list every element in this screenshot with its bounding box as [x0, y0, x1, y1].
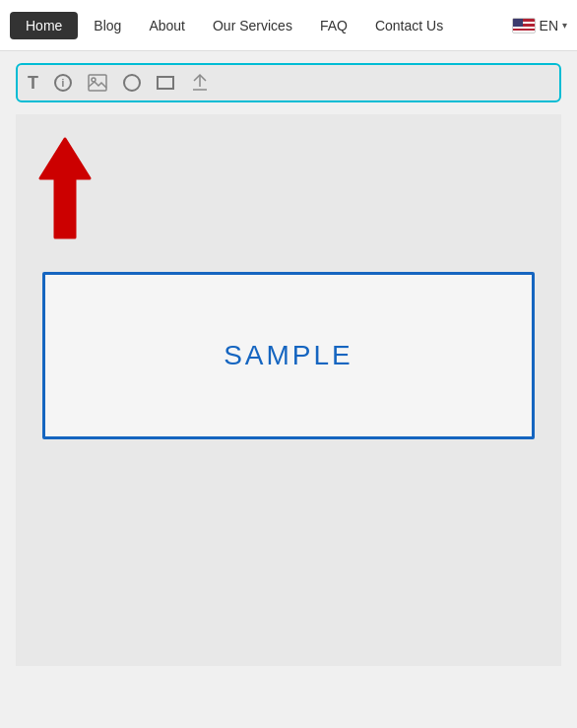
- toolbar: T i: [16, 63, 561, 102]
- upload-tool-icon[interactable]: [190, 73, 210, 93]
- svg-marker-4: [40, 139, 90, 178]
- text-tool-icon[interactable]: T: [28, 74, 38, 92]
- flag-icon: [512, 18, 536, 33]
- sample-box-wrapper: SAMPLE: [26, 272, 551, 439]
- sample-box: SAMPLE: [42, 272, 535, 439]
- nav-about-button[interactable]: About: [137, 12, 197, 39]
- nav-services-button[interactable]: Our Services: [201, 12, 304, 39]
- circle-tool-icon[interactable]: [123, 74, 141, 92]
- nav-blog-button[interactable]: Blog: [82, 12, 133, 39]
- sample-label: SAMPLE: [224, 340, 353, 371]
- nav-faq-button[interactable]: FAQ: [308, 12, 359, 39]
- svg-rect-5: [55, 177, 75, 237]
- language-selector[interactable]: EN ▾: [512, 18, 567, 33]
- rectangle-tool-icon[interactable]: [157, 76, 174, 90]
- arrow-up-svg: [35, 134, 95, 242]
- rect-shape: [157, 76, 174, 90]
- info-circle: i: [54, 74, 72, 92]
- navbar: Home Blog About Our Services FAQ Contact…: [0, 0, 577, 51]
- content-area: SAMPLE: [16, 114, 561, 666]
- circle-shape: [123, 74, 141, 92]
- nav-home-button[interactable]: Home: [10, 12, 78, 39]
- info-tool-icon[interactable]: i: [54, 74, 72, 92]
- arrow-container: [35, 134, 95, 242]
- lang-label: EN: [540, 18, 558, 33]
- image-svg: [88, 74, 107, 92]
- nav-contact-button[interactable]: Contact Us: [363, 12, 455, 39]
- upload-svg: [190, 73, 210, 93]
- svg-rect-0: [89, 75, 106, 91]
- image-tool-icon[interactable]: [88, 74, 107, 92]
- chevron-down-icon: ▾: [562, 20, 567, 31]
